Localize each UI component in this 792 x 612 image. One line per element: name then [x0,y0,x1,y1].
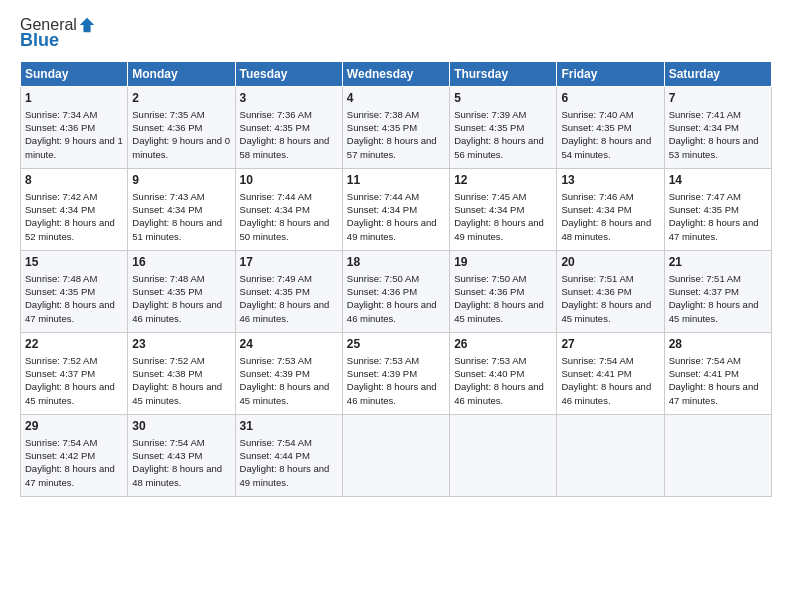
sunset-text: Sunset: 4:34 PM [561,204,631,215]
calendar-week-2: 8Sunrise: 7:42 AMSunset: 4:34 PMDaylight… [21,169,772,251]
day-number: 7 [669,90,767,107]
calendar-cell: 9Sunrise: 7:43 AMSunset: 4:34 PMDaylight… [128,169,235,251]
calendar-table: SundayMondayTuesdayWednesdayThursdayFrid… [20,61,772,497]
daylight-text: Daylight: 8 hours and 46 minutes. [240,299,330,323]
day-number: 22 [25,336,123,353]
sunset-text: Sunset: 4:42 PM [25,450,95,461]
calendar-header-tuesday: Tuesday [235,62,342,87]
calendar-week-5: 29Sunrise: 7:54 AMSunset: 4:42 PMDayligh… [21,415,772,497]
sunset-text: Sunset: 4:36 PM [347,286,417,297]
calendar-cell [450,415,557,497]
calendar-cell: 17Sunrise: 7:49 AMSunset: 4:35 PMDayligh… [235,251,342,333]
daylight-text: Daylight: 8 hours and 46 minutes. [132,299,222,323]
day-number: 20 [561,254,659,271]
sunset-text: Sunset: 4:34 PM [132,204,202,215]
daylight-text: Daylight: 8 hours and 45 minutes. [25,381,115,405]
daylight-text: Daylight: 8 hours and 45 minutes. [669,299,759,323]
sunrise-text: Sunrise: 7:50 AM [454,273,526,284]
daylight-text: Daylight: 8 hours and 54 minutes. [561,135,651,159]
calendar-header-monday: Monday [128,62,235,87]
sunrise-text: Sunrise: 7:40 AM [561,109,633,120]
calendar-cell: 10Sunrise: 7:44 AMSunset: 4:34 PMDayligh… [235,169,342,251]
sunrise-text: Sunrise: 7:48 AM [132,273,204,284]
sunrise-text: Sunrise: 7:53 AM [240,355,312,366]
logo: General Blue [20,16,96,51]
daylight-text: Daylight: 8 hours and 45 minutes. [132,381,222,405]
calendar-header-friday: Friday [557,62,664,87]
calendar-cell: 19Sunrise: 7:50 AMSunset: 4:36 PMDayligh… [450,251,557,333]
day-number: 5 [454,90,552,107]
calendar-cell: 23Sunrise: 7:52 AMSunset: 4:38 PMDayligh… [128,333,235,415]
calendar-cell: 8Sunrise: 7:42 AMSunset: 4:34 PMDaylight… [21,169,128,251]
daylight-text: Daylight: 8 hours and 49 minutes. [347,217,437,241]
day-number: 19 [454,254,552,271]
day-number: 2 [132,90,230,107]
day-number: 11 [347,172,445,189]
sunset-text: Sunset: 4:35 PM [25,286,95,297]
sunrise-text: Sunrise: 7:34 AM [25,109,97,120]
sunset-text: Sunset: 4:37 PM [669,286,739,297]
calendar-cell: 4Sunrise: 7:38 AMSunset: 4:35 PMDaylight… [342,87,449,169]
day-number: 25 [347,336,445,353]
sunset-text: Sunset: 4:36 PM [561,286,631,297]
sunset-text: Sunset: 4:34 PM [347,204,417,215]
calendar-cell: 28Sunrise: 7:54 AMSunset: 4:41 PMDayligh… [664,333,771,415]
daylight-text: Daylight: 8 hours and 51 minutes. [132,217,222,241]
sunrise-text: Sunrise: 7:48 AM [25,273,97,284]
daylight-text: Daylight: 8 hours and 45 minutes. [561,299,651,323]
sunset-text: Sunset: 4:44 PM [240,450,310,461]
day-number: 21 [669,254,767,271]
sunrise-text: Sunrise: 7:46 AM [561,191,633,202]
calendar-week-1: 1Sunrise: 7:34 AMSunset: 4:36 PMDaylight… [21,87,772,169]
calendar-header-wednesday: Wednesday [342,62,449,87]
sunrise-text: Sunrise: 7:50 AM [347,273,419,284]
sunset-text: Sunset: 4:35 PM [454,122,524,133]
sunrise-text: Sunrise: 7:54 AM [240,437,312,448]
calendar-cell: 2Sunrise: 7:35 AMSunset: 4:36 PMDaylight… [128,87,235,169]
day-number: 26 [454,336,552,353]
sunrise-text: Sunrise: 7:53 AM [347,355,419,366]
day-number: 13 [561,172,659,189]
daylight-text: Daylight: 8 hours and 48 minutes. [132,463,222,487]
sunset-text: Sunset: 4:38 PM [132,368,202,379]
sunset-text: Sunset: 4:39 PM [347,368,417,379]
day-number: 14 [669,172,767,189]
calendar-page: General Blue SundayMondayTuesdayWednesda… [0,0,792,612]
sunrise-text: Sunrise: 7:44 AM [240,191,312,202]
calendar-cell: 30Sunrise: 7:54 AMSunset: 4:43 PMDayligh… [128,415,235,497]
sunrise-text: Sunrise: 7:51 AM [561,273,633,284]
calendar-header-row: SundayMondayTuesdayWednesdayThursdayFrid… [21,62,772,87]
calendar-cell: 22Sunrise: 7:52 AMSunset: 4:37 PMDayligh… [21,333,128,415]
sunrise-text: Sunrise: 7:54 AM [25,437,97,448]
day-number: 27 [561,336,659,353]
sunset-text: Sunset: 4:40 PM [454,368,524,379]
day-number: 18 [347,254,445,271]
sunrise-text: Sunrise: 7:49 AM [240,273,312,284]
sunrise-text: Sunrise: 7:54 AM [561,355,633,366]
sunset-text: Sunset: 4:35 PM [132,286,202,297]
day-number: 29 [25,418,123,435]
daylight-text: Daylight: 9 hours and 0 minutes. [132,135,230,159]
sunset-text: Sunset: 4:35 PM [347,122,417,133]
day-number: 16 [132,254,230,271]
calendar-cell [557,415,664,497]
daylight-text: Daylight: 9 hours and 1 minute. [25,135,123,159]
sunset-text: Sunset: 4:36 PM [132,122,202,133]
sunset-text: Sunset: 4:41 PM [561,368,631,379]
daylight-text: Daylight: 8 hours and 50 minutes. [240,217,330,241]
daylight-text: Daylight: 8 hours and 46 minutes. [347,299,437,323]
calendar-cell: 20Sunrise: 7:51 AMSunset: 4:36 PMDayligh… [557,251,664,333]
calendar-cell: 31Sunrise: 7:54 AMSunset: 4:44 PMDayligh… [235,415,342,497]
day-number: 9 [132,172,230,189]
sunrise-text: Sunrise: 7:54 AM [132,437,204,448]
daylight-text: Daylight: 8 hours and 56 minutes. [454,135,544,159]
day-number: 3 [240,90,338,107]
day-number: 12 [454,172,552,189]
calendar-header-thursday: Thursday [450,62,557,87]
calendar-cell: 14Sunrise: 7:47 AMSunset: 4:35 PMDayligh… [664,169,771,251]
calendar-cell [342,415,449,497]
daylight-text: Daylight: 8 hours and 46 minutes. [454,381,544,405]
day-number: 15 [25,254,123,271]
day-number: 17 [240,254,338,271]
svg-marker-0 [80,18,94,32]
